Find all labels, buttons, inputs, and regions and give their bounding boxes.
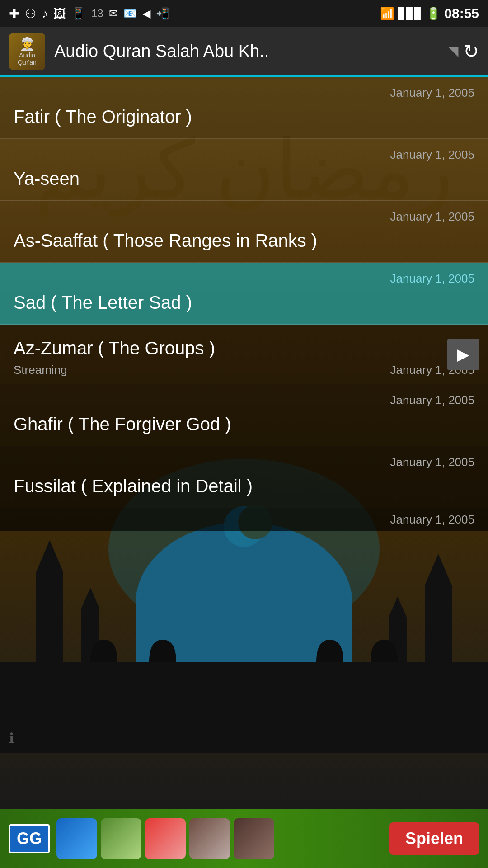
item-date: January 1, 2005: [14, 210, 474, 224]
signal-strength-icon: 13: [91, 7, 103, 20]
item-date: January 1, 2005: [14, 148, 474, 162]
play-button[interactable]: ▶: [447, 339, 479, 370]
ad-game-icon-4: [189, 818, 230, 859]
ad-game-icon-2: [101, 818, 141, 859]
status-bar: ✚ ⚇ ♪ 🖼 📱 13 ✉ 📧 ◀ 📲 📶 ▊▊▊ 🔋 08:55: [0, 0, 488, 27]
svg-marker-14: [389, 597, 407, 617]
play-icon: ▶: [457, 345, 469, 364]
status-bar-right: 📶 ▊▊▊ 🔋 08:55: [380, 6, 479, 21]
add-icon: ✚: [9, 6, 19, 21]
email-alt-icon: 📧: [123, 7, 137, 20]
list-item-active[interactable]: January 1, 2005 Sad ( The Letter Sad ): [0, 263, 488, 325]
list-item[interactable]: January 1, 2005 Ya-seen: [0, 139, 488, 201]
list-item[interactable]: January 1, 2005 Fussilat ( Explained in …: [0, 446, 488, 508]
info-icon[interactable]: ℹ: [9, 730, 14, 746]
item-title: Ghafir ( The Forgiver God ): [14, 410, 474, 439]
item-date: January 1, 2005: [14, 455, 474, 469]
battery-icon: 🔋: [426, 7, 441, 21]
whatsapp-icon: 📱: [71, 7, 86, 21]
item-title: Fussilat ( Explained in Detail ): [14, 472, 474, 501]
next-item-date: January 1, 2005: [0, 508, 488, 531]
phone-icon: 📲: [156, 7, 169, 20]
usb-icon: ⚇: [25, 6, 36, 21]
list-item[interactable]: January 1, 2005 As-Saaffat ( Those Range…: [0, 201, 488, 263]
image-icon: 🖼: [53, 6, 66, 21]
toolbar: 👳 Audio Qur'an Audio Quran Salah Abu Kh.…: [0, 27, 488, 77]
ad-game-icon-1: [56, 818, 97, 859]
list-item[interactable]: January 1, 2005 Ghafir ( The Forgiver Go…: [0, 384, 488, 446]
app-icon: 👳 Audio Qur'an: [9, 33, 45, 70]
list-item[interactable]: January 1, 2005 Fatir ( The Originator ): [0, 77, 488, 139]
ad-banner[interactable]: GG Spielen: [0, 809, 488, 868]
ad-game-icon-3: [145, 818, 186, 859]
item-date: January 1, 2005: [14, 393, 474, 407]
ad-play-button[interactable]: Spielen: [389, 822, 479, 855]
item-title: Fatir ( The Originator ): [14, 102, 474, 132]
email-icon: ✉: [109, 7, 118, 20]
ad-game-icons: [56, 818, 383, 859]
item-date: January 1, 2005: [14, 272, 474, 286]
item-title: As-Saaffat ( Those Ranges in Ranks ): [14, 226, 474, 255]
svg-point-10: [433, 564, 444, 575]
status-time: 08:55: [444, 6, 479, 21]
wifi-icon: 📶: [380, 7, 394, 21]
list-container: January 1, 2005 Fatir ( The Originator )…: [0, 77, 488, 531]
streaming-row: Streaming January 1, 2005: [14, 363, 474, 377]
svg-rect-15: [0, 662, 488, 753]
svg-point-7: [44, 551, 55, 561]
status-bar-left: ✚ ⚇ ♪ 🖼 📱 13 ✉ 📧 ◀ 📲: [9, 6, 169, 21]
item-title: Sad ( The Letter Sad ): [14, 288, 474, 317]
refresh-button[interactable]: ↻: [463, 40, 479, 62]
item-date: January 1, 2005: [14, 86, 474, 100]
signal-corner-icon: ◥: [449, 44, 459, 59]
music-icon: ♪: [42, 6, 48, 21]
app-title: Audio Quran Salah Abu Kh..: [54, 42, 449, 61]
svg-marker-12: [81, 588, 99, 608]
ad-logo: GG: [9, 824, 50, 853]
content-area: رمضان كريم January 1, 2005: [0, 77, 488, 809]
item-title: Az-Zumar ( The Groups ): [14, 334, 474, 363]
streaming-badge: Streaming: [14, 363, 67, 377]
ad-game-icon-5: [234, 818, 274, 859]
signal-bars-icon: ▊▊▊: [398, 7, 422, 20]
nav-icon: ◀: [142, 7, 150, 20]
item-title: Ya-seen: [14, 164, 474, 193]
list-item[interactable]: Az-Zumar ( The Groups ) Streaming Januar…: [0, 325, 488, 384]
